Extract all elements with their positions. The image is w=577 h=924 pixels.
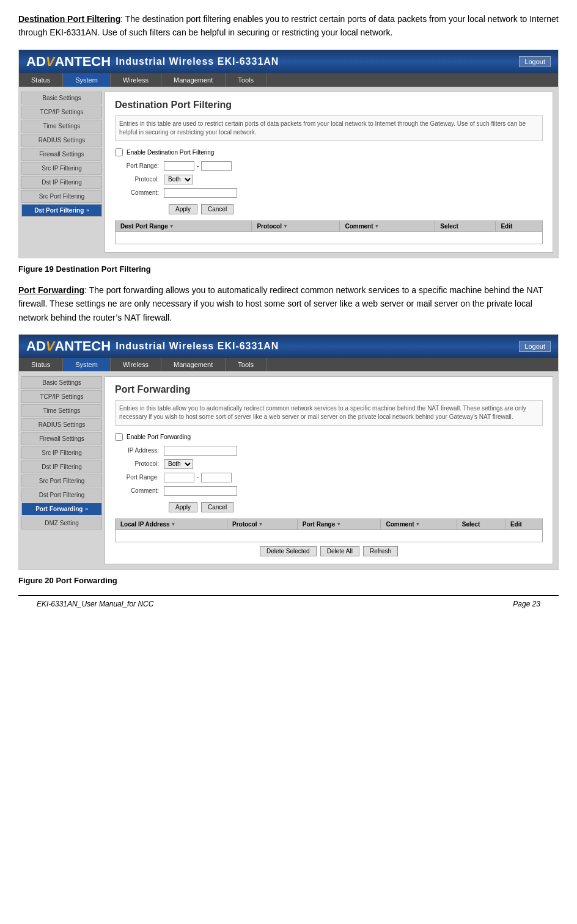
refresh-button-2[interactable]: Refresh <box>363 546 398 556</box>
comment-input-2[interactable] <box>164 486 237 496</box>
nav-tab-status-1[interactable]: Status <box>19 73 63 87</box>
logout-button-1[interactable]: Logout <box>519 56 551 67</box>
th-protocol-2: Protocol▼ <box>227 518 298 529</box>
sidebar-dst-ip-1[interactable]: Dst IP Filtering <box>21 176 102 189</box>
filter-table-body-2 <box>116 529 543 542</box>
port-range-label-2: Port Range: <box>115 474 164 481</box>
th-port-range-2: Port Range▼ <box>297 518 381 529</box>
sidebar-radius-2[interactable]: RADIUS Settings <box>21 418 102 431</box>
nav-tab-management-2[interactable]: Management <box>161 358 226 371</box>
nav-tab-tools-1[interactable]: Tools <box>226 73 266 87</box>
sidebar-dst-ip-2[interactable]: Dst IP Filtering <box>21 460 102 473</box>
sort-arrow-7: ▼ <box>416 522 421 527</box>
sidebar-radius-1[interactable]: RADIUS Settings <box>21 134 102 147</box>
sidebar-tcpip-2[interactable]: TCP/IP Settings <box>21 390 102 403</box>
btn-row-2: Apply Cancel <box>169 502 543 512</box>
logout-button-2[interactable]: Logout <box>519 341 551 352</box>
sidebar-dmz-2[interactable]: DMZ Setting <box>21 517 102 529</box>
sidebar-port-forwarding-2[interactable]: Port Forwarding » <box>21 503 102 515</box>
panel-title-1: Destination Port Filtering <box>115 100 543 111</box>
th-select-1: Select <box>435 220 496 231</box>
sidebar-src-port-1[interactable]: Src Port Filtering <box>21 190 102 203</box>
sort-arrow-1: ▼ <box>169 224 174 229</box>
nav-tab-management-1[interactable]: Management <box>161 73 226 87</box>
router-main-1: Basic Settings TCP/IP Settings Time Sett… <box>19 87 558 258</box>
logo-v-1: V <box>46 54 55 69</box>
sort-arrow-5: ▼ <box>259 522 263 527</box>
port-range-start-2[interactable] <box>164 473 194 482</box>
sidebar-dst-port-1[interactable]: Dst Port Filtering » <box>21 204 102 217</box>
ip-input-2[interactable] <box>164 446 237 456</box>
nav-tab-system-2[interactable]: System <box>63 358 111 371</box>
nav-tab-tools-2[interactable]: Tools <box>226 358 266 371</box>
th-dest-port-range-1: Dest Port Range▼ <box>116 220 252 231</box>
comment-label-2: Comment: <box>115 487 164 494</box>
cancel-button-1[interactable]: Cancel <box>201 204 233 214</box>
sidebar-dst-port-2[interactable]: Dst Port Filtering <box>21 489 102 501</box>
sidebar-firewall-1[interactable]: Firewall Settings <box>21 148 102 161</box>
cancel-button-2[interactable]: Cancel <box>201 502 233 512</box>
nav-tab-system-1[interactable]: System <box>63 73 111 87</box>
port-range-end-1[interactable] <box>201 161 232 171</box>
sidebar-tcpip-1[interactable]: TCP/IP Settings <box>21 106 102 118</box>
figure1-block: ADVANTECH Industrial Wireless EKI-6331AN… <box>18 49 559 258</box>
th-edit-2: Edit <box>505 518 542 529</box>
logo-ad-2: AD <box>26 338 46 354</box>
comment-row-2: Comment: <box>115 486 543 496</box>
nav-tab-wireless-1[interactable]: Wireless <box>111 73 161 87</box>
logo-text-1: ADVANTECH <box>26 54 111 70</box>
arrow-right-icon-1: » <box>86 208 89 213</box>
router-panel-1: Destination Port Filtering Entries in th… <box>105 92 553 253</box>
figure1-caption: Figure 19 Destination Port Filtering <box>18 264 559 274</box>
th-protocol-1: Protocol▼ <box>252 220 340 231</box>
router-header-2: ADVANTECH Industrial Wireless EKI-6331AN… <box>19 335 558 358</box>
nav-tab-wireless-2[interactable]: Wireless <box>111 358 161 371</box>
sidebar-time-2[interactable]: Time Settings <box>21 404 102 417</box>
filter-table-2: Local IP Address▼ Protocol▼ Port Range▼ … <box>115 518 543 542</box>
nav-tab-status-2[interactable]: Status <box>19 358 63 371</box>
sidebar-time-1[interactable]: Time Settings <box>21 120 102 133</box>
protocol-select-2[interactable]: Both TCP UDP <box>164 459 193 469</box>
delete-all-button-2[interactable]: Delete All <box>320 546 359 556</box>
logo-title-2: Industrial Wireless EKI-6331AN <box>116 341 279 352</box>
router-sidebar-1: Basic Settings TCP/IP Settings Time Sett… <box>19 87 105 258</box>
port-range-end-2[interactable] <box>201 473 232 482</box>
protocol-row-1: Protocol: Both TCP UDP <box>115 175 543 184</box>
sidebar-port-fwd-label-2: Port Forwarding <box>35 506 83 512</box>
apply-button-2[interactable]: Apply <box>169 502 197 512</box>
logo-text-2: ADVANTECH <box>26 338 111 354</box>
protocol-label-1: Protocol: <box>115 176 164 183</box>
sidebar-src-port-2[interactable]: Src Port Filtering <box>21 475 102 487</box>
enable-label-1: Enable Destination Port Filtering <box>127 149 214 156</box>
sidebar-basic-settings-1[interactable]: Basic Settings <box>21 92 102 104</box>
table-header-row-2: Local IP Address▼ Protocol▼ Port Range▼ … <box>116 518 543 529</box>
sidebar-firewall-2[interactable]: Firewall Settings <box>21 432 102 445</box>
filter-table-1: Dest Port Range▼ Protocol▼ Comment▼ Sele… <box>115 220 543 244</box>
figure2-block: ADVANTECH Industrial Wireless EKI-6331AN… <box>18 334 559 570</box>
arrow-right-icon-2: » <box>85 506 87 512</box>
logo-ad-1: AD <box>26 54 46 69</box>
apply-button-1[interactable]: Apply <box>169 204 197 214</box>
sidebar-src-ip-2[interactable]: Src IP Filtering <box>21 446 102 459</box>
sort-arrow-6: ▼ <box>336 522 341 527</box>
panel-desc-1: Entries in this table are used to restri… <box>115 115 543 141</box>
form-section-2: Enable Port Forwarding IP Address: Proto… <box>115 433 543 496</box>
enable-dst-port-checkbox-1[interactable] <box>115 148 123 156</box>
sidebar-basic-settings-2[interactable]: Basic Settings <box>21 376 102 389</box>
sidebar-dst-port-arrow-1: Dst Port Filtering » <box>26 207 98 214</box>
comment-input-1[interactable] <box>164 188 237 198</box>
protocol-select-1[interactable]: Both TCP UDP <box>164 175 193 184</box>
port-range-start-1[interactable] <box>164 161 194 171</box>
table-header-row-1: Dest Port Range▼ Protocol▼ Comment▼ Sele… <box>116 220 543 231</box>
th-select-2: Select <box>457 518 505 529</box>
sort-arrow-4: ▼ <box>171 522 176 527</box>
port-range-label-1: Port Range: <box>115 162 164 169</box>
port-range-inputs-1: - <box>164 161 232 171</box>
sidebar-src-ip-1[interactable]: Src IP Filtering <box>21 162 102 175</box>
section1-para: Destination Port Filtering: The destinat… <box>18 12 559 40</box>
delete-selected-button-2[interactable]: Delete Selected <box>260 546 317 556</box>
enable-port-fwd-checkbox-2[interactable] <box>115 433 123 441</box>
router-panel-2: Port Forwarding Entries in this table al… <box>105 376 553 564</box>
logo-title-1: Industrial Wireless EKI-6331AN <box>116 56 279 67</box>
ip-row-2: IP Address: <box>115 446 543 456</box>
